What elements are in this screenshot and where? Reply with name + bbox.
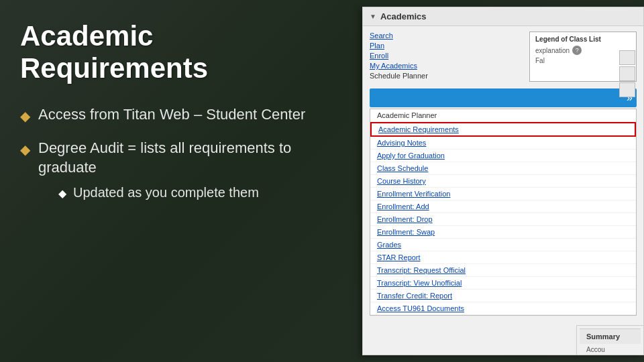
menu-enrollment-add[interactable]: Enrollment: Add: [370, 200, 636, 213]
legend-title: Legend of Class List: [535, 36, 631, 43]
menu-advising-notes[interactable]: Advising Notes: [370, 137, 636, 149]
menu-access-tu961[interactable]: Access TU961 Documents: [370, 302, 636, 315]
sub-diamond-icon: ◆: [58, 187, 66, 200]
summary-panel: Summary Accou ent due on: [576, 325, 643, 355]
nav-my-academics[interactable]: My Academics: [370, 62, 523, 70]
menu-star-report[interactable]: STAR Report: [370, 251, 636, 264]
left-panel: AcademicRequirements ◆ Access from Titan…: [20, 20, 342, 215]
menu-enrollment-swap[interactable]: Enrollment: Swap: [370, 226, 636, 239]
menu-transcript-official[interactable]: Transcript: Request Official: [370, 264, 636, 277]
list-label: List: [589, 36, 601, 43]
top-row: Search Plan Enroll My Academics Schedule…: [363, 26, 643, 87]
help-icon[interactable]: ?: [572, 46, 582, 55]
sub-bullet-text: Updated as you complete them: [73, 185, 259, 200]
menu-class-schedule[interactable]: Class Schedule: [370, 162, 636, 175]
diamond-icon-1: ◆: [20, 108, 30, 124]
summary-label: Summary: [580, 328, 641, 344]
slide-title: AcademicRequirements: [20, 20, 342, 85]
bullet-text-1: Access from Titan Web – Student Center: [38, 105, 305, 125]
bullet-2: ◆ Degree Audit = lists all requirements …: [20, 139, 342, 200]
menu-academic-requirements[interactable]: Academic Requirements ←: [370, 122, 636, 137]
right-squares: [619, 50, 635, 99]
menu-enrollment-drop[interactable]: Enrollment: Drop: [370, 213, 636, 226]
small-square-3: [619, 82, 635, 97]
bullet-text-2: Degree Audit = lists all requirements to…: [38, 139, 291, 176]
academics-header: Academics: [380, 11, 427, 21]
account-text: Accou: [580, 344, 641, 355]
small-square-2: [619, 66, 635, 81]
bullet-1: ◆ Access from Titan Web – Student Center: [20, 105, 342, 125]
diamond-icon-2: ◆: [20, 141, 30, 158]
nav-links: Search Plan Enroll My Academics Schedule…: [370, 32, 523, 82]
blue-selection-bar: »: [370, 88, 637, 107]
dropdown-container: Academic Planner Academic Requirements ←…: [363, 109, 643, 316]
nav-search[interactable]: Search: [370, 32, 523, 40]
fall-label: Fal: [535, 57, 631, 64]
nav-enroll[interactable]: Enroll: [370, 52, 523, 60]
legend-explanation: explanation: [535, 47, 570, 54]
menu-course-history[interactable]: Course History: [370, 175, 636, 188]
menu-apply-graduation[interactable]: Apply for Graduation: [370, 149, 636, 162]
academics-bar: ▼ Academics: [363, 7, 643, 26]
menu-enrollment-verification[interactable]: Enrollment Verification: [370, 188, 636, 200]
legend-row: explanation ?: [535, 46, 631, 55]
sub-bullet-1: ◆ Updated as you complete them: [58, 185, 342, 200]
nav-schedule-planner: Schedule Planner: [370, 72, 523, 80]
browser-panel: ▼ Academics Search Plan Enroll My Academ…: [362, 7, 644, 355]
menu-transcript-unofficial[interactable]: Transcript: View Unofficial: [370, 277, 636, 290]
dropdown-menu: Academic Planner Academic Requirements ←…: [370, 109, 637, 316]
nav-plan[interactable]: Plan: [370, 42, 523, 50]
menu-grades[interactable]: Grades: [370, 239, 636, 251]
menu-academic-planner[interactable]: Academic Planner: [370, 109, 636, 122]
menu-transfer-credit[interactable]: Transfer Credit: Report: [370, 290, 636, 302]
small-square-1: [619, 50, 635, 65]
triangle-icon: ▼: [370, 13, 376, 20]
